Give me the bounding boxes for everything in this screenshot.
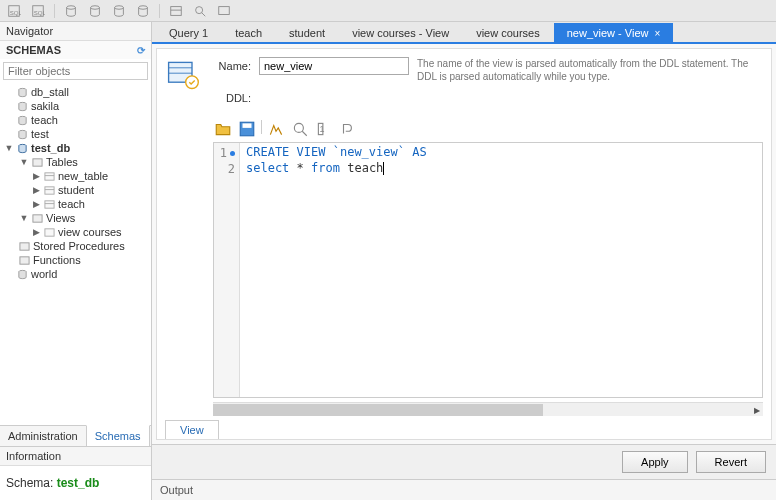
name-hint: The name of the view is parsed automatic…	[417, 57, 763, 83]
svg-line-11	[202, 12, 206, 16]
save-icon[interactable]	[237, 120, 257, 138]
schemas-label: SCHEMAS	[6, 44, 61, 56]
tool-sql-1[interactable]: SQL	[4, 2, 24, 20]
svg-point-10	[196, 6, 203, 13]
svg-line-37	[302, 131, 307, 136]
tab-view-courses-view[interactable]: view courses - View	[339, 23, 462, 42]
tab-schemas[interactable]: Schemas	[86, 425, 150, 446]
navigator-panel: Navigator SCHEMAS ⟳ db_stall sakila teac…	[0, 22, 152, 500]
db-item-test-db[interactable]: ▼test_db	[0, 141, 151, 155]
tab-query1[interactable]: Query 1	[156, 23, 221, 42]
folder-tables[interactable]: ▼Tables	[0, 155, 151, 169]
folder-functions[interactable]: Functions	[0, 253, 151, 267]
view-view-courses[interactable]: ▶view courses	[0, 225, 151, 239]
tool-ui[interactable]	[214, 2, 234, 20]
svg-rect-25	[33, 214, 42, 221]
tool-db-2[interactable]	[85, 2, 105, 20]
invisible-icon[interactable]	[338, 120, 358, 138]
folder-stored-procedures[interactable]: Stored Procedures	[0, 239, 151, 253]
tab-view[interactable]: View	[165, 420, 219, 439]
tool-search[interactable]	[190, 2, 210, 20]
svg-rect-8	[171, 6, 182, 15]
schema-info: Schema: test_db	[0, 466, 151, 500]
table-new-table[interactable]: ▶new_table	[0, 169, 151, 183]
apply-button[interactable]: Apply	[622, 451, 688, 473]
svg-point-6	[115, 5, 124, 9]
svg-rect-27	[20, 242, 29, 249]
tool-sql-2[interactable]: SQL	[28, 2, 48, 20]
svg-point-36	[294, 123, 303, 132]
schema-tree: db_stall sakila teach test ▼test_db ▼Tab…	[0, 83, 151, 425]
svg-rect-18	[33, 158, 42, 165]
svg-rect-21	[45, 186, 54, 193]
wrap-icon[interactable]: 1	[314, 120, 334, 138]
table-student[interactable]: ▶student	[0, 183, 151, 197]
db-item-world[interactable]: world	[0, 267, 151, 281]
navigator-title: Navigator	[0, 22, 151, 41]
svg-text:1: 1	[320, 124, 325, 134]
open-icon[interactable]	[213, 120, 233, 138]
name-label: Name:	[211, 57, 251, 72]
output-header: Output	[152, 479, 776, 500]
tool-table[interactable]	[166, 2, 186, 20]
bottom-tabs: View	[157, 420, 771, 439]
ddl-label: DDL:	[211, 89, 251, 104]
gutter: 1 2	[214, 143, 240, 397]
sql-editor[interactable]: 1 2 CREATE VIEW `new_view` AS select * f…	[213, 142, 763, 398]
navigator-tabs: Administration Schemas	[0, 425, 151, 446]
db-item-db-stall[interactable]: db_stall	[0, 85, 151, 99]
schema-value: test_db	[57, 476, 100, 490]
beautify-icon[interactable]	[266, 120, 286, 138]
action-row: Apply Revert	[152, 444, 776, 479]
refresh-icon[interactable]: ⟳	[137, 45, 145, 56]
ddl-toolbar: 1	[213, 118, 771, 142]
svg-rect-26	[45, 228, 54, 235]
db-item-teach[interactable]: teach	[0, 113, 151, 127]
folder-views[interactable]: ▼Views	[0, 211, 151, 225]
tool-db-1[interactable]	[61, 2, 81, 20]
revert-button[interactable]: Revert	[696, 451, 766, 473]
svg-point-5	[91, 5, 100, 9]
editor-tabs: Query 1 teach student view courses - Vie…	[152, 22, 776, 44]
svg-rect-28	[20, 256, 29, 263]
tab-new-view[interactable]: new_view - View×	[554, 23, 674, 42]
svg-point-7	[139, 5, 148, 9]
svg-rect-19	[45, 172, 54, 179]
information-title: Information	[0, 446, 151, 466]
tab-student[interactable]: student	[276, 23, 338, 42]
schema-label: Schema:	[6, 476, 53, 490]
svg-text:SQL: SQL	[34, 8, 45, 15]
text-cursor	[383, 162, 384, 175]
filter-input[interactable]	[3, 62, 148, 80]
svg-rect-12	[219, 6, 230, 14]
schemas-header: SCHEMAS ⟳	[0, 41, 151, 59]
sep	[54, 4, 55, 18]
main-toolbar: SQL SQL	[0, 0, 776, 22]
sep	[261, 120, 262, 134]
db-item-test[interactable]: test	[0, 127, 151, 141]
editor-body: Name: The name of the view is parsed aut…	[156, 48, 772, 440]
svg-text:SQL: SQL	[10, 8, 21, 15]
tab-view-courses[interactable]: view courses	[463, 23, 553, 42]
name-input[interactable]	[259, 57, 409, 75]
db-item-sakila[interactable]: sakila	[0, 99, 151, 113]
tool-db-3[interactable]	[109, 2, 129, 20]
tool-db-4[interactable]	[133, 2, 153, 20]
svg-point-4	[67, 5, 76, 9]
find-icon[interactable]	[290, 120, 310, 138]
tab-administration[interactable]: Administration	[0, 426, 86, 446]
tab-teach[interactable]: teach	[222, 23, 275, 42]
table-teach[interactable]: ▶teach	[0, 197, 151, 211]
sep	[159, 4, 160, 18]
svg-rect-35	[243, 123, 252, 128]
close-icon[interactable]: ×	[654, 28, 660, 39]
svg-rect-23	[45, 200, 54, 207]
view-large-icon	[165, 57, 201, 93]
horizontal-scrollbar[interactable]: ◀▶	[213, 402, 763, 416]
